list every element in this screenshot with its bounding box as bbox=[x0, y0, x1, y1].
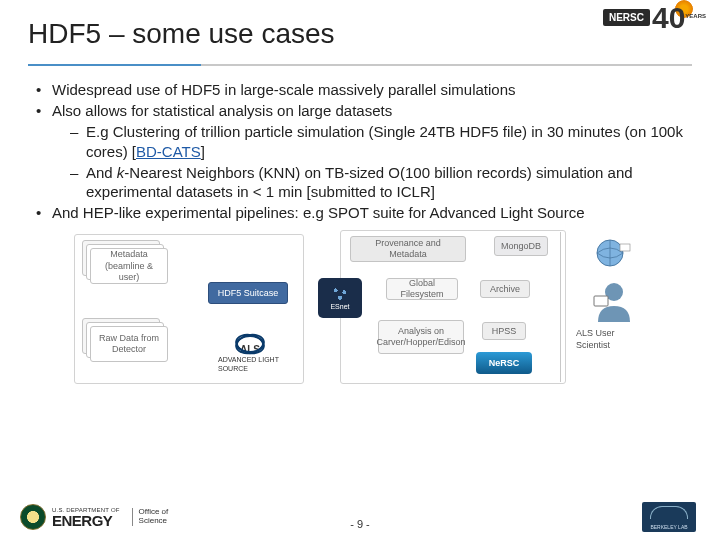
years-label: YEARS bbox=[685, 13, 706, 19]
slide-content: Widespread use of HDF5 in large-scale ma… bbox=[0, 66, 720, 394]
doe-logo: U.S. DEPARTMENT OF ENERGY Office ofScien… bbox=[20, 504, 168, 530]
archive-box: Archive bbox=[480, 280, 530, 298]
nersc-40-logo: NERSC 40 YEARS bbox=[603, 4, 706, 31]
provenance-box: Provenance and Metadata bbox=[350, 236, 466, 262]
globe-icon bbox=[592, 238, 632, 268]
esnet-box: ESnet bbox=[318, 278, 362, 318]
network-icon bbox=[329, 285, 351, 303]
slide-header: HDF5 – some use cases NERSC 40 YEARS bbox=[0, 0, 720, 58]
forty-number: 40 bbox=[652, 4, 685, 31]
global-filesystem-box: Global Filesystem bbox=[386, 278, 458, 300]
bullet-3: And HEP-like experimental pipelines: e.g… bbox=[34, 203, 686, 222]
page-number: - 9 - bbox=[350, 518, 370, 530]
metadata-box: Metadata (beamline & user) bbox=[90, 248, 168, 284]
energy-text: U.S. DEPARTMENT OF ENERGY bbox=[52, 507, 120, 528]
bullet-1: Widespread use of HDF5 in large-scale ma… bbox=[34, 80, 686, 99]
workflow-diagram: Metadata (beamline & user) Raw Data from… bbox=[80, 232, 640, 394]
rawdata-box: Raw Data from Detector bbox=[90, 326, 168, 362]
bullet-2: Also allows for statistical analysis on … bbox=[34, 101, 686, 201]
nersc-logo-icon: NeRSC bbox=[476, 352, 532, 374]
user-label: ALS User Scientist bbox=[576, 328, 640, 351]
mongodb-box: MongoDB bbox=[494, 236, 548, 256]
nersc-badge: NERSC bbox=[603, 9, 650, 26]
user-icon bbox=[590, 278, 638, 326]
office-science: Office ofScience bbox=[132, 508, 169, 526]
als-logo: ALS ADVANCED LIGHT SOURCE bbox=[218, 330, 282, 374]
svg-rect-3 bbox=[594, 296, 608, 306]
page-title: HDF5 – some use cases bbox=[28, 18, 692, 50]
lbnl-logo: BERKELEY LAB bbox=[642, 502, 696, 532]
hdf5-suitcase-box: HDF5 Suitcase bbox=[208, 282, 288, 304]
bdcats-link[interactable]: BD-CATS bbox=[136, 143, 201, 160]
sub-bullet-1: E.g Clustering of trillion particle simu… bbox=[52, 122, 686, 160]
divider-line bbox=[560, 232, 561, 382]
analysis-box: Analysis on Carver/Hopper/Edison bbox=[378, 320, 464, 354]
doe-seal-icon bbox=[20, 504, 46, 530]
bullet-list: Widespread use of HDF5 in large-scale ma… bbox=[34, 80, 686, 222]
sub-list: E.g Clustering of trillion particle simu… bbox=[52, 122, 686, 201]
als-rings-icon bbox=[233, 330, 267, 343]
sub-bullet-2: And k-Nearest Neighbors (KNN) on TB-size… bbox=[52, 163, 686, 201]
svg-rect-1 bbox=[620, 244, 630, 251]
hpss-box: HPSS bbox=[482, 322, 526, 340]
